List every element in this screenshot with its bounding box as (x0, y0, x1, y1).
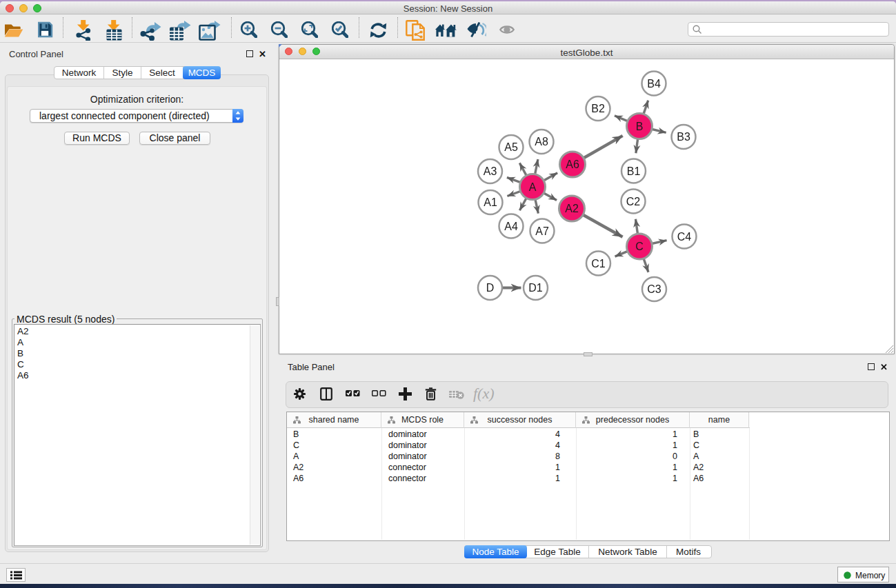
svg-text:A: A (529, 181, 537, 193)
svg-text:B3: B3 (677, 131, 690, 143)
svg-text:C2: C2 (626, 196, 641, 207)
svg-text:C4: C4 (677, 231, 692, 243)
svg-text:A8: A8 (535, 136, 548, 148)
svg-text:B1: B1 (627, 165, 641, 177)
svg-text:C3: C3 (647, 283, 661, 295)
svg-text:A4: A4 (504, 221, 518, 232)
svg-text:B: B (636, 121, 644, 132)
svg-text:C1: C1 (591, 258, 606, 270)
svg-text:C: C (635, 241, 644, 252)
svg-text:A1: A1 (484, 196, 497, 208)
svg-text:A3: A3 (484, 165, 497, 177)
svg-text:A7: A7 (535, 225, 549, 237)
svg-text:A2: A2 (565, 203, 579, 214)
svg-text:D: D (486, 282, 495, 294)
svg-text:A5: A5 (504, 141, 518, 153)
svg-text:D1: D1 (528, 282, 543, 294)
svg-text:A6: A6 (566, 159, 579, 170)
svg-text:B4: B4 (647, 78, 661, 90)
svg-text:B2: B2 (591, 103, 605, 114)
